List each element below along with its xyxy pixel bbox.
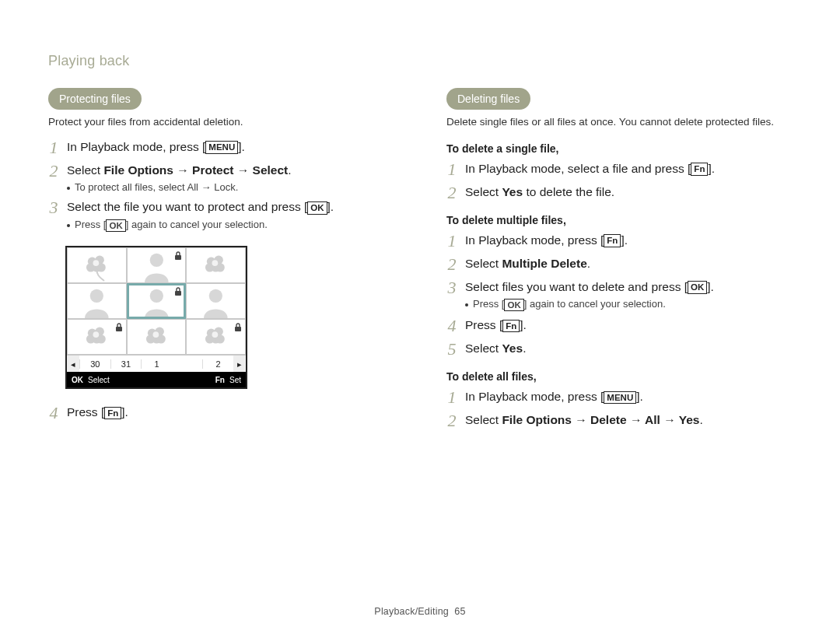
step-number: 4 — [446, 317, 457, 335]
thumb-cell — [67, 247, 127, 283]
thumb-cell — [186, 247, 246, 283]
screenshot-frame: ◂ 30 31 1 2 ▸ OK Select Fn Set — [65, 246, 247, 389]
protecting-lead: Protect your files from accidental delet… — [48, 114, 394, 130]
step-body: In Playback mode, press [Fn]. — [465, 233, 628, 249]
step-list: 1In Playback mode, press [Fn].2Select Mu… — [446, 233, 792, 359]
ok-button-icon: OK — [504, 299, 523, 311]
step-number: 1 — [48, 139, 59, 156]
step-number: 5 — [446, 341, 457, 358]
ok-button-icon: OK — [688, 281, 707, 293]
text: Select — [465, 342, 502, 355]
step-number: 2 — [446, 184, 457, 201]
right-column: Deleting files Delete single files or al… — [446, 88, 792, 436]
fn-button-icon: Fn — [691, 163, 708, 175]
left-column: Protecting files Protect your files from… — [48, 88, 394, 436]
footer-page: 65 — [454, 606, 465, 617]
text: Multiple Delete — [502, 257, 586, 270]
text: Select — [465, 413, 502, 426]
text: Yes — [502, 342, 523, 355]
svg-point-30 — [152, 331, 159, 338]
step-body: In Playback mode, press [MENU]. — [465, 389, 643, 405]
svg-point-6 — [149, 254, 163, 267]
text: Select — [465, 185, 502, 198]
text: ]. — [520, 318, 527, 331]
bullet-icon — [67, 187, 70, 190]
text: ]. — [238, 140, 245, 153]
svg-point-13 — [212, 260, 219, 266]
step-text: Select File Options → Protect → Select. — [67, 163, 292, 179]
step-text: Select File Options → Delete → All → Yes… — [465, 412, 703, 429]
lock-icon — [233, 321, 243, 335]
protecting-steps-cont: 4Press [Fn]. — [48, 405, 394, 422]
text: . — [587, 257, 590, 270]
step-number: 3 — [446, 279, 457, 296]
text: In Playback mode, press [ — [67, 140, 205, 153]
text: In Playback mode, select a file and pres… — [465, 162, 691, 175]
step-body: Select the file you want to protect and … — [67, 199, 334, 232]
text: Press [ — [75, 219, 106, 230]
step-body: Select Yes. — [465, 341, 526, 357]
svg-rect-37 — [235, 327, 241, 331]
delete-groups: To delete a single file,1In Playback mod… — [446, 142, 792, 430]
status-bar: OK Select Fn Set — [67, 372, 246, 387]
step-body: Select Multiple Delete. — [465, 256, 590, 272]
columns: Protecting files Protect your files from… — [48, 88, 792, 436]
text: All → Lock — [187, 181, 236, 193]
step-text: In Playback mode, select a file and pres… — [465, 161, 715, 177]
step-number: 2 — [48, 163, 59, 180]
subheading: To delete a single file, — [446, 142, 792, 155]
text: . — [523, 342, 526, 355]
step: 3Select the file you want to protect and… — [48, 199, 394, 232]
step-number: 2 — [446, 412, 457, 429]
text: ] again to cancel your selection. — [524, 298, 666, 310]
step-text: In Playback mode, press [Fn]. — [465, 233, 628, 249]
step-note: Press [OK] again to cancel your selectio… — [67, 219, 334, 232]
step-body: Select files you want to delete and pres… — [465, 279, 714, 312]
fn-indicator: Fn — [215, 376, 225, 384]
date-cell: 30 — [79, 359, 110, 369]
text: To protect all files, select — [75, 181, 187, 193]
step: 2Select Multiple Delete. — [446, 256, 792, 273]
text: Press [ — [465, 318, 502, 331]
text: ] again to cancel your selection. — [126, 219, 268, 230]
fn-button-icon: Fn — [502, 320, 520, 332]
text: ]. — [708, 162, 715, 175]
step-text: In Playback mode, press [MENU]. — [465, 389, 643, 405]
step-number: 1 — [446, 233, 457, 250]
svg-point-5 — [93, 260, 100, 266]
portrait-icon — [68, 284, 126, 318]
text: Yes — [502, 185, 523, 198]
date-cell: 1 — [141, 359, 172, 369]
step: 4Press [Fn]. — [48, 405, 394, 422]
svg-point-23 — [93, 331, 100, 338]
text: In Playback mode, press [ — [465, 233, 604, 247]
flower-icon — [128, 320, 186, 354]
portrait-icon — [187, 284, 245, 318]
thumbnail-grid — [67, 247, 246, 355]
text: Select files you want to delete and pres… — [465, 280, 688, 293]
step-number: 1 — [446, 161, 457, 178]
thumb-cell — [127, 319, 187, 355]
thumb-cell — [67, 319, 127, 355]
step: 2Select Yes to delete the file. — [446, 184, 792, 201]
text: Select — [67, 163, 103, 177]
text: to delete the file. — [523, 185, 614, 198]
thumb-cell-selected — [127, 283, 187, 319]
text: ]. — [327, 200, 334, 213]
step: 2Select File Options → Protect → Select.… — [48, 163, 394, 194]
step-text: Select Yes. — [465, 341, 526, 357]
svg-point-36 — [212, 331, 219, 338]
step-number: 1 — [446, 389, 457, 406]
step-text: Press [Fn]. — [465, 317, 527, 334]
thumbnail-screenshot: ◂ 30 31 1 2 ▸ OK Select Fn Set — [65, 246, 247, 389]
thumb-cell — [186, 319, 246, 355]
text: ]. — [121, 405, 128, 419]
date-cell: 2 — [202, 359, 233, 369]
svg-rect-16 — [175, 291, 181, 296]
step: 1In Playback mode, press [MENU]. — [48, 139, 394, 156]
text: Press [ — [473, 298, 504, 310]
svg-point-14 — [90, 289, 103, 303]
step-text: Select Yes to delete the file. — [465, 184, 614, 201]
menu-button-icon: MENU — [205, 141, 238, 153]
step: 4Press [Fn]. — [446, 317, 792, 335]
